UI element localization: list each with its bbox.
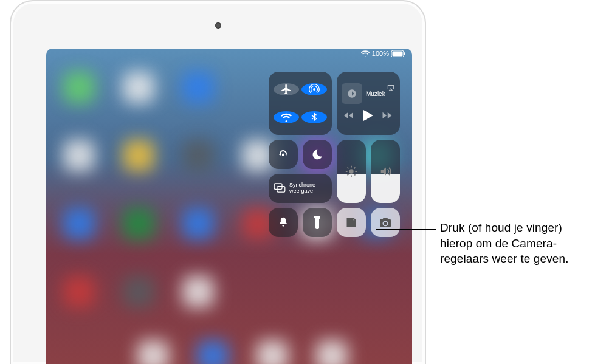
callout-text: Druk (of houd je vinger) hierop om de Ca… [440, 220, 583, 267]
airplane-mode-toggle[interactable] [274, 83, 299, 95]
airplay-icon[interactable] [387, 83, 395, 93]
ipad-screen: 100% [46, 49, 412, 364]
status-bar: 100% [361, 50, 406, 57]
svg-line-9 [347, 167, 348, 168]
svg-line-10 [354, 174, 356, 176]
brightness-slider[interactable] [337, 140, 366, 203]
media-art-placeholder [342, 83, 362, 104]
volume-slider[interactable] [371, 140, 400, 203]
screen-mirror-label: Synchrone weergave [289, 182, 327, 194]
svg-point-4 [349, 169, 353, 173]
svg-rect-2 [404, 52, 405, 55]
rotation-lock-toggle[interactable] [269, 140, 298, 169]
media-playback-tile[interactable]: Muziek [337, 72, 400, 135]
bluetooth-toggle[interactable] [301, 111, 327, 123]
previous-track-button[interactable] [344, 111, 355, 121]
screen-mirroring-button[interactable]: Synchrone weergave [269, 174, 332, 203]
play-button[interactable] [363, 110, 373, 122]
wifi-icon [361, 50, 370, 57]
svg-point-3 [313, 88, 315, 91]
silent-mode-toggle[interactable] [269, 208, 298, 237]
svg-line-11 [347, 174, 348, 176]
control-center: Muziek [269, 72, 404, 237]
flashlight-button[interactable] [303, 208, 332, 237]
media-title: Muziek [366, 91, 385, 97]
wifi-toggle[interactable] [274, 111, 299, 123]
airdrop-toggle[interactable] [301, 83, 327, 95]
svg-rect-1 [393, 51, 403, 56]
screen-mirror-icon [274, 183, 286, 194]
battery-icon [391, 50, 406, 57]
next-track-button[interactable] [382, 111, 393, 121]
ipad-front-camera [215, 22, 221, 29]
callout-leader-line [376, 229, 436, 230]
do-not-disturb-toggle[interactable] [303, 140, 332, 169]
battery-percent: 100% [372, 50, 389, 57]
camera-button[interactable] [371, 208, 400, 237]
connectivity-group [269, 72, 332, 135]
svg-line-12 [354, 167, 356, 168]
ipad-frame: 100% [10, 0, 426, 364]
quick-note-button[interactable] [337, 208, 366, 237]
